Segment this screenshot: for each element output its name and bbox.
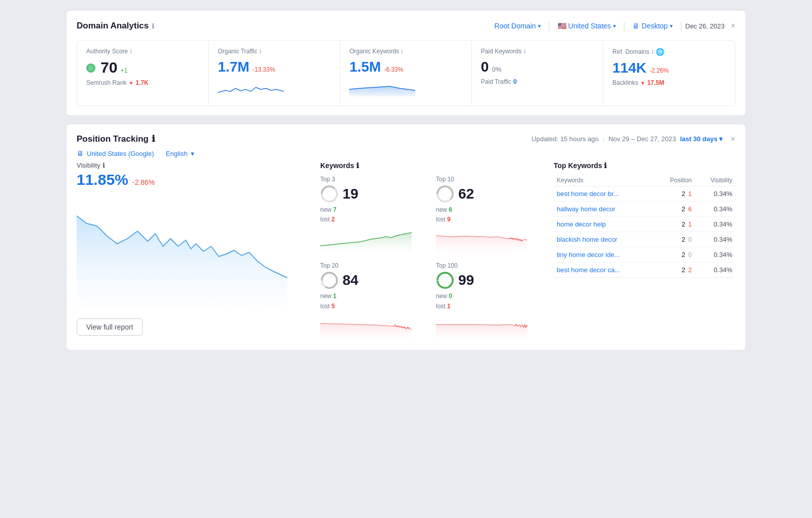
pos-cell: 21: [655, 186, 695, 202]
svg-marker-1: [77, 216, 287, 307]
vis-cell: 0.34%: [695, 202, 735, 217]
visibility-chart: [77, 196, 290, 307]
pt-location[interactable]: 🖥 United States (Google) · English ▾: [77, 149, 735, 157]
rd-change: -2.26%: [650, 67, 669, 74]
table-row: blackish home decor200.34%: [554, 232, 735, 247]
device-chevron: ▾: [670, 23, 673, 29]
kw-top100-sparkline: [436, 313, 527, 339]
rd-info-icon[interactable]: ℹ: [652, 49, 654, 55]
desktop-icon: 🖥: [632, 22, 639, 30]
pt-header: Position Tracking ℹ Updated: 15 hours ag…: [77, 134, 735, 144]
paid-traffic-label: Paid Traffic: [481, 78, 512, 85]
backlinks-label: Backlinks: [613, 79, 638, 86]
authority-info-icon[interactable]: ℹ: [130, 48, 132, 55]
position-tracking-card: Position Tracking ℹ Updated: 15 hours ag…: [66, 124, 746, 350]
vis-cell: 0.34%: [695, 247, 735, 263]
kw-top10-donut: [436, 185, 454, 203]
pt-info-icon[interactable]: ℹ: [152, 134, 155, 144]
vis-info-icon[interactable]: ℹ: [103, 161, 105, 169]
da-header: Domain Analytics ℹ Root Domain ▾ | 🇺🇸 Un…: [77, 20, 735, 32]
ot-info-icon[interactable]: ℹ: [259, 48, 261, 55]
pos-cell: 20: [655, 232, 695, 247]
bottom-content: Visibility ℹ 11.85% -2.86%: [77, 161, 735, 341]
view-full-report-button[interactable]: View full report: [77, 318, 143, 336]
pk-change: 0%: [492, 66, 501, 73]
kw-grid: Top 3 19 new 7 lost 2: [320, 176, 544, 341]
svg-marker-0: [349, 86, 415, 96]
tk-info-icon[interactable]: ℹ: [604, 161, 606, 170]
ot-value: 1.7M: [218, 59, 249, 75]
pos-cell: 21: [655, 217, 695, 232]
kw-top3-new: new 7: [320, 205, 428, 215]
kw-cell[interactable]: home decor help: [554, 217, 655, 232]
vis-value: 11.85%: [77, 171, 128, 188]
pt-period-selector[interactable]: last 30 days ▾: [680, 135, 723, 143]
root-domain-filter[interactable]: Root Domain ▾: [490, 20, 545, 32]
table-row: home decor help210.34%: [554, 217, 735, 232]
pk-info-icon[interactable]: ℹ: [524, 48, 526, 55]
pt-close-button[interactable]: ×: [731, 135, 735, 144]
ok-sparkline: [349, 78, 415, 96]
vis-cell: 0.34%: [695, 232, 735, 247]
kw-top20-label: Top 20: [320, 262, 428, 269]
kw-top100-label: Top 100: [436, 262, 544, 269]
keywords-section: Keywords ℹ Top 3 19: [320, 161, 544, 341]
metric-ref-domains: Ref. Domains ℹ 🌐 114K -2.26% Backlinks ▼…: [603, 41, 735, 106]
da-title-text: Domain Analytics: [77, 21, 149, 31]
th-keywords: Keywords: [554, 175, 655, 186]
ot-sparkline: [218, 78, 284, 96]
da-info-icon[interactable]: ℹ: [152, 22, 154, 30]
country-chevron: ▾: [613, 23, 616, 29]
authority-change: +1: [120, 67, 127, 74]
pt-date-range: Nov 29 – Dec 27, 2023: [608, 135, 676, 143]
kw-top20-lost: lost 5: [320, 302, 428, 311]
pt-right: Updated: 15 hours ago | Nov 29 – Dec 27,…: [531, 135, 735, 144]
semrush-rank-value: 1.7K: [136, 79, 148, 86]
table-row: tiny home decor ide...200.34%: [554, 247, 735, 263]
root-domain-chevron: ▾: [538, 23, 541, 29]
backlinks-arrow-icon: ▼: [640, 80, 645, 86]
svg-point-12: [437, 273, 453, 288]
monitor-icon: 🖥: [77, 149, 84, 157]
pk-value: 0: [481, 59, 489, 75]
kw-info-icon[interactable]: ℹ: [356, 161, 359, 170]
table-row: best home decor ca...220.34%: [554, 263, 735, 278]
metric-authority-score: Authority Score ℹ 70 +1 Semrush Rank ▼ 1…: [77, 41, 209, 106]
ot-change: -13.33%: [252, 66, 275, 73]
top-keywords-section: Top Keywords ℹ Keywords Position Visibil…: [554, 161, 735, 341]
kw-cell[interactable]: hallway home decor: [554, 202, 655, 217]
main-container: Domain Analytics ℹ Root Domain ▾ | 🇺🇸 Un…: [66, 10, 746, 350]
kw-cell[interactable]: best home decor ca...: [554, 263, 655, 278]
period-chevron: ▾: [719, 135, 723, 143]
visibility-section: Visibility ℹ 11.85% -2.86%: [77, 161, 310, 341]
kw-item-top10: Top 10 62 new 6 lost 9: [436, 176, 544, 254]
kw-top100-lost: lost 1: [436, 302, 544, 311]
device-filter[interactable]: 🖥 Desktop ▾: [628, 20, 676, 32]
metric-organic-traffic: Organic Traffic ℹ 1.7M -13.33%: [209, 41, 340, 106]
da-close-button[interactable]: ×: [731, 21, 735, 30]
kw-top3-count: 19: [343, 186, 358, 202]
kw-top3-label: Top 3: [320, 176, 428, 183]
kw-cell[interactable]: blackish home decor: [554, 232, 655, 247]
pos-cell: 22: [655, 263, 695, 278]
ok-change: -6.33%: [384, 66, 403, 73]
da-title: Domain Analytics ℹ: [77, 21, 154, 31]
vis-change: -2.86%: [132, 178, 155, 186]
kw-cell[interactable]: tiny home decor ide...: [554, 247, 655, 263]
kw-cell[interactable]: best home decor br...: [554, 186, 655, 202]
kw-header: Keywords ℹ: [320, 161, 544, 170]
backlinks-value: 17.5M: [647, 79, 664, 86]
authority-circle-icon: [86, 63, 95, 73]
semrush-arrow-icon: ▼: [128, 80, 133, 86]
country-filter[interactable]: 🇺🇸 United States ▾: [554, 20, 620, 32]
vis-cell: 0.34%: [695, 263, 735, 278]
table-row: hallway home decor260.34%: [554, 202, 735, 217]
domain-analytics-card: Domain Analytics ℹ Root Domain ▾ | 🇺🇸 Un…: [66, 10, 746, 116]
kw-top10-lost: lost 9: [436, 215, 544, 224]
ok-info-icon[interactable]: ℹ: [401, 48, 403, 55]
kw-top3-lost: lost 2: [320, 215, 428, 224]
top-keywords-table: Keywords Position Visibility best home d…: [554, 175, 735, 278]
kw-item-top100: Top 100 99 new 0 lost 1: [436, 262, 544, 340]
svg-marker-13: [436, 325, 527, 339]
vis-cell: 0.34%: [695, 217, 735, 232]
